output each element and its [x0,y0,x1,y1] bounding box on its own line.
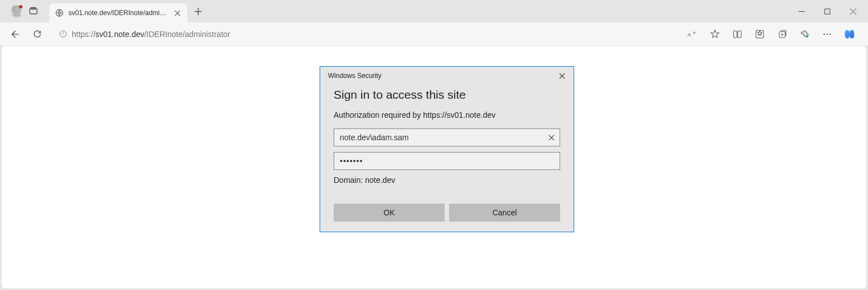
back-button[interactable] [4,25,25,43]
password-input[interactable] [334,152,560,170]
browser-titlebar: sv01.note.dev/IDERInote/administ [0,0,868,22]
more-menu-button[interactable] [816,25,838,44]
new-tab-button[interactable] [190,3,206,20]
notification-dot-icon [19,5,22,8]
dialog-titlebar: Windows Security [320,67,574,85]
password-field-wrap [334,152,560,170]
address-bar[interactable]: https://sv01.note.dev/IDERInote/administ… [54,25,680,43]
domain-label: Domain: note.dev [334,176,560,185]
dialog-subtitle: Authorization required by https://sv01.n… [334,111,560,119]
url-text: https://sv01.note.dev/IDERInote/administ… [72,30,230,39]
profile-avatar[interactable] [10,5,22,17]
svg-text:A: A [687,31,691,37]
extensions-icon[interactable] [794,25,815,44]
ok-button[interactable]: OK [334,204,445,222]
window-close-button[interactable] [840,2,866,20]
dialog-close-button[interactable] [555,68,569,83]
svg-point-0 [15,8,19,12]
username-field-wrap [334,128,560,146]
dialog-body: Sign in to access this site Authorizatio… [320,88,574,232]
auth-dialog: Windows Security Sign in to access this … [320,66,574,232]
url-path: /IDERInote/administrator [144,30,230,39]
collections-icon[interactable] [772,25,793,44]
svg-point-12 [824,33,825,34]
read-aloud-icon[interactable]: A [682,25,703,44]
favorites-bar-icon[interactable] [749,25,770,44]
maximize-button[interactable] [814,2,840,20]
svg-rect-4 [824,8,829,13]
dialog-buttons: OK Cancel [334,204,560,222]
cancel-button[interactable]: Cancel [449,204,560,222]
minimize-button[interactable] [788,2,814,20]
profile-area [2,5,44,17]
dialog-title: Windows Security [328,72,381,80]
toolbar-right: A [682,25,864,44]
url-scheme: https:// [72,30,95,39]
site-info-icon[interactable] [58,30,67,39]
svg-point-14 [829,33,830,34]
svg-rect-8 [738,31,741,38]
username-input[interactable] [334,128,560,146]
refresh-button[interactable] [27,25,47,43]
window-controls [788,2,866,20]
tab-favicon-icon [55,8,64,17]
browser-toolbar: https://sv01.note.dev/IDERInote/administ… [0,22,868,46]
browser-tab-active[interactable]: sv01.note.dev/IDERInote/administ [49,3,187,22]
svg-point-11 [806,35,809,38]
url-host: sv01.note.dev [95,30,144,39]
svg-point-13 [827,33,828,34]
tab-title: sv01.note.dev/IDERInote/administ [68,9,168,17]
split-screen-icon[interactable] [727,25,748,44]
favorite-button[interactable] [704,25,726,44]
tab-close-button[interactable] [173,8,182,17]
svg-rect-7 [733,31,737,38]
dialog-heading: Sign in to access this site [334,88,560,102]
clear-input-button[interactable] [546,132,557,143]
workspaces-icon[interactable] [28,6,38,16]
copilot-icon[interactable] [839,25,860,44]
